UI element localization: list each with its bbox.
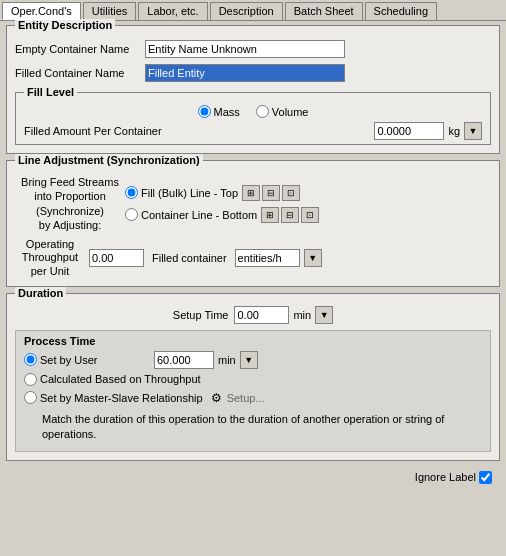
tab-oper-conds[interactable]: Oper.Cond's — [2, 2, 81, 20]
volume-radio-item[interactable]: Volume — [256, 105, 309, 118]
line-adjustment-group: Line Adjustment (Synchronization) Bring … — [6, 160, 500, 287]
process-time-group: Process Time Set by User min ▼ Calculate… — [15, 330, 491, 452]
set-by-user-unit: min — [218, 354, 236, 366]
set-by-user-row: Set by User min ▼ — [24, 351, 482, 369]
calc-throughput-row: Calculated Based on Throughput — [24, 373, 482, 386]
tab-bar: Oper.Cond's Utilities Labor, etc. Descri… — [0, 0, 506, 21]
throughput-label-2: Throughput — [15, 251, 85, 264]
container-line-icons: ⊞ ⊟ ⊡ — [261, 207, 319, 223]
setup-time-input[interactable] — [234, 306, 289, 324]
setup-link[interactable]: Setup... — [227, 392, 265, 404]
set-by-user-label: Set by User — [40, 354, 97, 366]
throughput-label: Operating Throughput per Unit — [15, 238, 85, 278]
fill-bulk-label: Fill (Bulk) Line - Top — [141, 187, 238, 199]
throughput-row: Operating Throughput per Unit Filled con… — [15, 238, 491, 278]
empty-container-input[interactable] — [145, 40, 345, 58]
mass-radio[interactable] — [198, 105, 211, 118]
set-by-user-radio-item[interactable]: Set by User — [24, 353, 154, 366]
filled-container-row: Filled Container Name — [15, 64, 491, 82]
filled-amount-label: Filled Amount Per Container — [24, 125, 374, 137]
ignore-label-text: Ignore Label — [415, 471, 476, 483]
duration-group: Duration Setup Time min ▼ Process Time S… — [6, 293, 500, 461]
throughput-unit-dropdown[interactable]: ▼ — [304, 249, 322, 267]
throughput-input[interactable] — [89, 249, 144, 267]
process-time-title: Process Time — [24, 335, 482, 347]
fill-bulk-icons: ⊞ ⊟ ⊡ — [242, 185, 300, 201]
filled-container-label: Filled Container Name — [15, 67, 145, 79]
filled-amount-row: Filled Amount Per Container kg ▼ — [24, 122, 482, 140]
fill-unit-dropdown[interactable]: ▼ — [464, 122, 482, 140]
fill-level-radio-row: Mass Volume — [24, 105, 482, 118]
entity-description-group: Entity Description Empty Container Name … — [6, 25, 500, 154]
master-slave-row: Set by Master-Slave Relationship ⚙ Setup… — [24, 390, 482, 406]
set-by-user-radio[interactable] — [24, 353, 37, 366]
fill-bulk-row: Fill (Bulk) Line - Top ⊞ ⊟ ⊡ — [125, 185, 491, 201]
setup-time-unit: min — [293, 309, 311, 321]
calc-throughput-label: Calculated Based on Throughput — [40, 373, 201, 385]
throughput-label-3: per Unit — [15, 265, 85, 278]
icon-btn-5[interactable]: ⊟ — [281, 207, 299, 223]
calc-throughput-radio-item[interactable]: Calculated Based on Throughput — [24, 373, 201, 386]
tab-utilities[interactable]: Utilities — [83, 2, 136, 20]
filled-container-input[interactable] — [145, 64, 345, 82]
note-text: Match the duration of this operation to … — [24, 412, 482, 443]
ignore-label-row: Ignore Label — [415, 471, 492, 484]
setup-time-row: Setup Time min ▼ — [15, 306, 491, 324]
line-adjustment-title: Line Adjustment (Synchronization) — [15, 154, 203, 166]
icon-btn-6[interactable]: ⊡ — [301, 207, 319, 223]
mass-label: Mass — [214, 106, 240, 118]
tab-description[interactable]: Description — [210, 2, 283, 20]
fill-level-radio-group: Mass Volume — [198, 105, 309, 118]
throughput-unit-label: Filled container — [152, 252, 227, 264]
bottom-bar: Ignore Label — [6, 467, 500, 488]
sync-label-line3: (Synchronize) — [15, 204, 125, 218]
icon-btn-3[interactable]: ⊡ — [282, 185, 300, 201]
fill-level-title: Fill Level — [24, 86, 77, 98]
gear-icon: ⚙ — [209, 390, 225, 406]
container-line-row: Container Line - Bottom ⊞ ⊟ ⊡ — [125, 207, 491, 223]
setup-time-dropdown[interactable]: ▼ — [315, 306, 333, 324]
fill-unit-label: kg — [448, 125, 460, 137]
master-slave-label: Set by Master-Slave Relationship — [40, 392, 203, 404]
throughput-unit-input[interactable] — [235, 249, 300, 267]
ignore-label-checkbox[interactable] — [479, 471, 492, 484]
icon-btn-1[interactable]: ⊞ — [242, 185, 260, 201]
volume-radio[interactable] — [256, 105, 269, 118]
main-content: Entity Description Empty Container Name … — [0, 21, 506, 492]
sync-label-line1: Bring Feed Streams — [15, 175, 125, 189]
tab-batch-sheet[interactable]: Batch Sheet — [285, 2, 363, 20]
container-line-radio[interactable] — [125, 208, 138, 221]
calc-throughput-radio[interactable] — [24, 373, 37, 386]
entity-description-title: Entity Description — [15, 19, 115, 31]
sync-label-line2: into Proportion — [15, 189, 125, 203]
master-slave-radio-item[interactable]: Set by Master-Slave Relationship — [24, 391, 203, 404]
setup-time-label: Setup Time — [173, 309, 229, 321]
duration-title: Duration — [15, 287, 66, 299]
line-adjustment-content: Bring Feed Streams into Proportion (Sync… — [15, 175, 491, 232]
sync-label: Bring Feed Streams into Proportion (Sync… — [15, 175, 125, 232]
filled-amount-input[interactable] — [374, 122, 444, 140]
fill-bulk-radio-item[interactable]: Fill (Bulk) Line - Top — [125, 186, 238, 199]
mass-radio-item[interactable]: Mass — [198, 105, 240, 118]
sync-radio-col: Fill (Bulk) Line - Top ⊞ ⊟ ⊡ Container L… — [125, 185, 491, 223]
throughput-label-1: Operating — [15, 238, 85, 251]
container-line-radio-item[interactable]: Container Line - Bottom — [125, 208, 257, 221]
fill-level-group: Fill Level Mass Volume Filled Amount Per… — [15, 92, 491, 145]
icon-btn-2[interactable]: ⊟ — [262, 185, 280, 201]
volume-label: Volume — [272, 106, 309, 118]
tab-labor-etc[interactable]: Labor, etc. — [138, 2, 207, 20]
set-by-user-dropdown[interactable]: ▼ — [240, 351, 258, 369]
sync-label-line4: by Adjusting: — [15, 218, 125, 232]
icon-btn-4[interactable]: ⊞ — [261, 207, 279, 223]
set-by-user-input[interactable] — [154, 351, 214, 369]
fill-bulk-radio[interactable] — [125, 186, 138, 199]
master-slave-radio[interactable] — [24, 391, 37, 404]
empty-container-row: Empty Container Name — [15, 40, 491, 58]
empty-container-label: Empty Container Name — [15, 43, 145, 55]
tab-scheduling[interactable]: Scheduling — [365, 2, 437, 20]
container-line-label: Container Line - Bottom — [141, 209, 257, 221]
